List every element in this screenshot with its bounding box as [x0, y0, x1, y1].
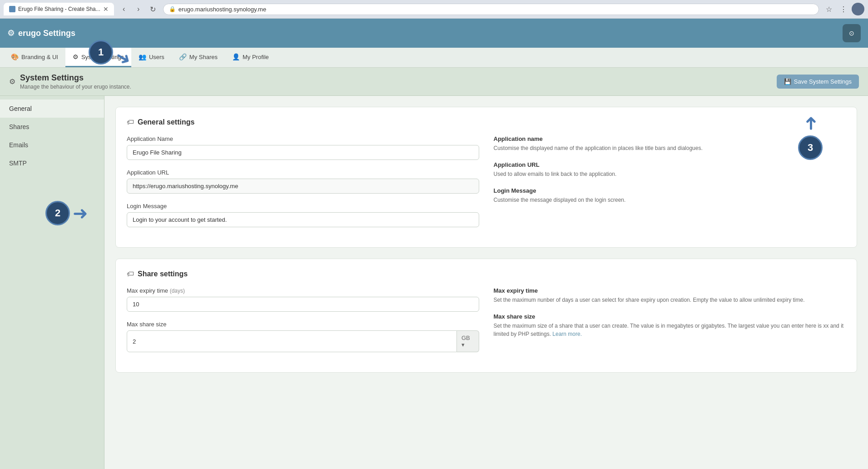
browser-profile-avatar[interactable]: [852, 3, 864, 15]
max-expiry-help-text: Set the maximum nunber of days a user ca…: [494, 296, 846, 304]
app-header: ⚙ erugo Settings ⊙: [0, 19, 868, 48]
page-header: ⚙ System Settings Manage the behaviour o…: [0, 68, 868, 96]
max-expiry-help-title: Max expiry time: [494, 287, 846, 294]
sidebar-item-smtp-label: SMTP: [9, 160, 27, 167]
general-settings-title: General settings: [138, 118, 194, 126]
app-url-help-text: Used to allow emails to link back to the…: [494, 170, 846, 178]
general-help-column: Application name Customise the displayed…: [494, 135, 846, 236]
browser-tab[interactable]: Erugo File Sharing - Create Sha... ✕: [4, 3, 114, 15]
general-settings-header: 🏷 General settings: [127, 118, 846, 126]
app-title-container: ⚙ erugo Settings: [7, 28, 75, 38]
content-area[interactable]: 🏷 General settings Application Name Appl…: [104, 96, 868, 469]
login-message-group: Login Message: [127, 203, 479, 227]
max-expiry-unit: (days): [170, 288, 185, 294]
browser-actions: ☆ ⋮: [823, 3, 864, 15]
page-title: System Settings: [20, 73, 131, 83]
login-message-help: Login Message Customise the message disp…: [494, 187, 846, 204]
max-expiry-group: Max expiry time (days): [127, 287, 479, 312]
general-settings-section: 🏷 General settings Application Name Appl…: [115, 107, 857, 248]
branding-tab-label: Branding & UI: [21, 54, 58, 60]
share-settings-icon: 🏷: [127, 270, 134, 278]
reload-button[interactable]: ↻: [147, 3, 159, 15]
users-tab-icon: 👥: [139, 53, 146, 60]
tab-users[interactable]: 👥 Users: [131, 48, 172, 67]
max-expiry-help: Max expiry time Set the maximum nunber o…: [494, 287, 846, 304]
branding-tab-icon: 🎨: [11, 53, 19, 60]
my-shares-tab-icon: 🔗: [179, 53, 187, 60]
page-header-left: ⚙ System Settings Manage the behaviour o…: [9, 73, 131, 90]
tab-close-button[interactable]: ✕: [103, 5, 109, 13]
system-settings-tab-icon: ⚙: [73, 53, 79, 60]
nav-tabs: 🎨 Branding & UI ⚙ System Settings 👥 User…: [0, 48, 868, 68]
app-title-text: erugo Settings: [18, 29, 75, 38]
forward-button[interactable]: ›: [132, 3, 145, 15]
max-expiry-input[interactable]: [127, 297, 479, 312]
address-security-icon: 🔒: [169, 6, 176, 12]
sidebar-item-smtp[interactable]: SMTP: [0, 154, 104, 172]
address-bar[interactable]: 🔒 erugo.mariushosting.synology.me: [163, 4, 819, 15]
app-url-help: Application URL Used to allow emails to …: [494, 161, 846, 178]
login-message-help-title: Login Message: [494, 187, 846, 194]
tab-branding[interactable]: 🎨 Branding & UI: [4, 48, 65, 67]
my-profile-tab-icon: 👤: [232, 53, 240, 60]
header-action-button[interactable]: ⊙: [843, 24, 861, 42]
back-button[interactable]: ‹: [118, 3, 130, 15]
app-name-help-text: Customise the displayed name of the appl…: [494, 144, 846, 152]
login-message-help-text: Customise the message displayed on the l…: [494, 196, 846, 204]
menu-button[interactable]: ⋮: [837, 3, 850, 15]
tab-my-profile[interactable]: 👤 My Profile: [225, 48, 276, 67]
app-name-input[interactable]: [127, 145, 479, 160]
share-settings-section: 🏷 Share settings Max expiry time (days) …: [115, 259, 857, 373]
sidebar: General Shares Emails SMTP: [0, 96, 104, 469]
login-message-input[interactable]: [127, 212, 479, 227]
max-share-size-help: Max share size Set the maximum size of a…: [494, 313, 846, 338]
app-name-label: Application Name: [127, 135, 479, 142]
main-layout: General Shares Emails SMTP 🏷 General set…: [0, 96, 868, 469]
app-url-input[interactable]: [127, 179, 479, 194]
sidebar-item-emails-label: Emails: [9, 141, 28, 149]
app-url-help-title: Application URL: [494, 161, 846, 168]
tab-favicon: [9, 6, 15, 12]
tab-system-settings[interactable]: ⚙ System Settings: [65, 48, 131, 67]
tab-title: Erugo File Sharing - Create Sha...: [18, 6, 100, 12]
share-settings-title: Share settings: [138, 270, 188, 278]
save-icon: 💾: [784, 78, 791, 85]
sidebar-item-shares[interactable]: Shares: [0, 118, 104, 136]
save-system-settings-button[interactable]: 💾 Save System Settings: [777, 75, 859, 89]
max-share-size-group: Max share size GB ▾: [127, 321, 479, 352]
page-header-icon: ⚙: [9, 77, 15, 86]
app-name-help-title: Application name: [494, 135, 846, 142]
learn-more-link[interactable]: Learn more.: [552, 331, 582, 337]
share-help-column: Max expiry time Set the maximum nunber o…: [494, 287, 846, 361]
max-share-size-help-text: Set the maximum size of a share that a u…: [494, 322, 846, 338]
page-subtitle: Manage the behaviour of your erugo insta…: [20, 84, 131, 90]
max-share-size-help-title: Max share size: [494, 313, 846, 320]
general-form-column: Application Name Application URL Login M…: [127, 135, 479, 236]
header-action-icon: ⊙: [849, 30, 854, 37]
app-name-help: Application name Customise the displayed…: [494, 135, 846, 152]
sidebar-item-general[interactable]: General: [0, 100, 104, 118]
size-unit-addon[interactable]: GB ▾: [457, 330, 479, 352]
share-form-column: Max expiry time (days) Max share size GB…: [127, 287, 479, 361]
general-settings-layout: Application Name Application URL Login M…: [127, 135, 846, 236]
max-share-size-label: Max share size: [127, 321, 479, 328]
browser-chrome: Erugo File Sharing - Create Sha... ✕ ‹ ›…: [0, 0, 868, 19]
share-settings-header: 🏷 Share settings: [127, 270, 846, 278]
max-share-size-input-group: GB ▾: [127, 330, 479, 352]
app-url-label: Application URL: [127, 169, 479, 176]
bookmark-button[interactable]: ☆: [823, 3, 835, 15]
app-url-group: Application URL: [127, 169, 479, 194]
save-button-label: Save System Settings: [794, 78, 852, 85]
sidebar-item-shares-label: Shares: [9, 123, 29, 130]
app-title-icon: ⚙: [7, 28, 15, 38]
browser-nav: ‹ › ↻: [118, 3, 159, 15]
system-settings-tab-label: System Settings: [81, 54, 124, 60]
tab-my-shares[interactable]: 🔗 My Shares: [172, 48, 225, 67]
max-share-size-input[interactable]: [127, 330, 457, 352]
sidebar-item-general-label: General: [9, 105, 32, 112]
my-profile-tab-label: My Profile: [243, 54, 269, 60]
sidebar-item-emails[interactable]: Emails: [0, 136, 104, 154]
general-settings-icon: 🏷: [127, 118, 134, 126]
login-message-label: Login Message: [127, 203, 479, 210]
my-shares-tab-label: My Shares: [189, 54, 218, 60]
